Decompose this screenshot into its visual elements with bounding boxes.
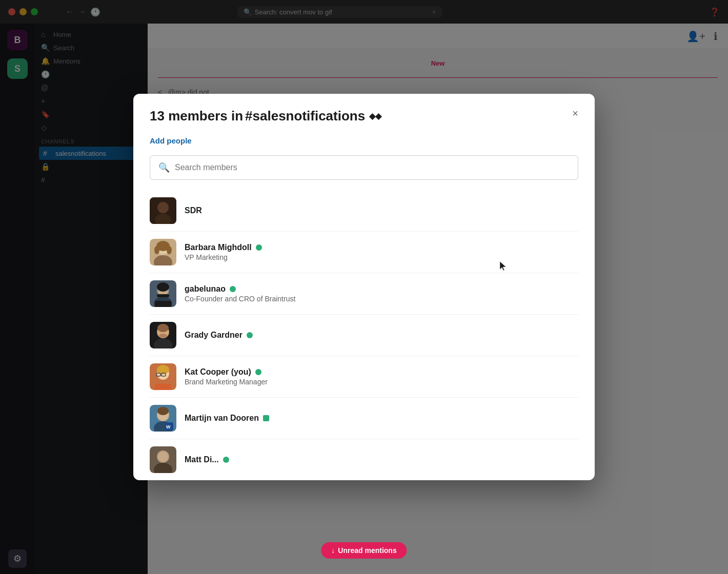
status-indicator bbox=[223, 457, 229, 463]
status-indicator bbox=[256, 244, 262, 251]
avatar: W bbox=[150, 405, 176, 432]
avatar bbox=[150, 280, 176, 307]
member-name-row: gabelunao bbox=[185, 284, 578, 294]
svg-rect-31 bbox=[155, 384, 171, 390]
list-item: W Martijn van Dooren bbox=[150, 398, 578, 439]
status-indicator bbox=[247, 332, 253, 338]
member-info: Matt Di... bbox=[185, 455, 578, 464]
member-info: Kat Cooper (you) Brand Marketing Manager bbox=[185, 367, 578, 386]
member-name: Martijn van Dooren bbox=[185, 414, 259, 423]
svg-point-36 bbox=[157, 407, 169, 415]
svg-point-1 bbox=[157, 202, 169, 213]
member-name-row: Martijn van Dooren bbox=[185, 414, 578, 423]
list-item: Matt Di... bbox=[150, 439, 578, 480]
search-members-input[interactable] bbox=[175, 163, 570, 172]
status-indicator bbox=[230, 286, 236, 292]
list-item: Barbara Mighdoll VP Marketing bbox=[150, 232, 578, 273]
member-name-row: SDR bbox=[185, 206, 578, 215]
avatar bbox=[150, 239, 176, 265]
add-people-container: Add people bbox=[133, 134, 595, 155]
svg-point-9 bbox=[167, 246, 172, 254]
svg-point-21 bbox=[157, 324, 169, 332]
member-info: gabelunao Co-Founder and CRO of Braintru… bbox=[185, 284, 578, 303]
member-name-row: Grady Gardner bbox=[185, 331, 578, 340]
avatar bbox=[150, 363, 176, 390]
search-box: 🔍 bbox=[150, 155, 578, 180]
svg-point-42 bbox=[158, 452, 168, 462]
svg-point-14 bbox=[157, 282, 169, 292]
svg-rect-15 bbox=[157, 294, 169, 297]
member-info: Martijn van Dooren bbox=[185, 414, 578, 423]
list-item: gabelunao Co-Founder and CRO of Braintru… bbox=[150, 273, 578, 315]
modal-overlay[interactable]: 13 members in #salesnotifications◆◆ × Ad… bbox=[0, 0, 728, 574]
member-name: Barbara Mighdoll bbox=[185, 243, 252, 252]
member-role: Co-Founder and CRO of Braintrust bbox=[185, 295, 578, 303]
avatar bbox=[150, 322, 176, 348]
modal-header: 13 members in #salesnotifications◆◆ × bbox=[133, 94, 595, 134]
avatar bbox=[150, 446, 176, 473]
member-name: gabelunao bbox=[185, 284, 226, 294]
modal-title: 13 members in #salesnotifications◆◆ bbox=[150, 108, 578, 124]
member-name: Matt Di... bbox=[185, 455, 219, 464]
channel-name: #salesnotifications bbox=[245, 108, 365, 124]
svg-rect-16 bbox=[155, 301, 171, 307]
status-indicator bbox=[263, 415, 269, 421]
member-name-row: Barbara Mighdoll bbox=[185, 243, 578, 252]
search-icon: 🔍 bbox=[158, 162, 170, 173]
member-role: Brand Marketing Manager bbox=[185, 378, 578, 386]
list-item: Grady Gardner bbox=[150, 315, 578, 356]
modal-close-button[interactable]: × bbox=[566, 104, 584, 122]
member-info: SDR bbox=[185, 206, 578, 215]
member-info: Grady Gardner bbox=[185, 331, 578, 340]
member-name: SDR bbox=[185, 206, 202, 215]
unread-mentions-label: Unread mentions bbox=[338, 546, 396, 555]
unread-mentions-button[interactable]: ↓ Unread mentions bbox=[321, 542, 407, 559]
member-info: Barbara Mighdoll VP Marketing bbox=[185, 243, 578, 261]
list-item: SDR bbox=[150, 190, 578, 232]
status-indicator bbox=[255, 369, 261, 375]
arrow-down-icon: ↓ bbox=[331, 546, 335, 555]
add-people-button[interactable]: Add people bbox=[150, 134, 192, 147]
member-name-row: Kat Cooper (you) bbox=[185, 367, 578, 377]
list-item: Kat Cooper (you) Brand Marketing Manager bbox=[150, 356, 578, 398]
member-name: Kat Cooper (you) bbox=[185, 367, 251, 377]
svg-point-8 bbox=[154, 246, 159, 254]
search-container: 🔍 bbox=[133, 155, 595, 190]
channel-diamond-icon: ◆◆ bbox=[369, 111, 381, 121]
svg-point-22 bbox=[159, 334, 167, 338]
close-icon: × bbox=[572, 108, 578, 119]
avatar bbox=[150, 197, 176, 224]
member-name: Grady Gardner bbox=[185, 331, 242, 340]
members-list: SDR bbox=[133, 190, 595, 480]
members-modal: 13 members in #salesnotifications◆◆ × Ad… bbox=[133, 94, 595, 480]
member-name-row: Matt Di... bbox=[185, 455, 578, 464]
member-count-prefix: 13 members in bbox=[150, 108, 243, 124]
svg-text:W: W bbox=[166, 424, 171, 429]
member-role: VP Marketing bbox=[185, 253, 578, 261]
